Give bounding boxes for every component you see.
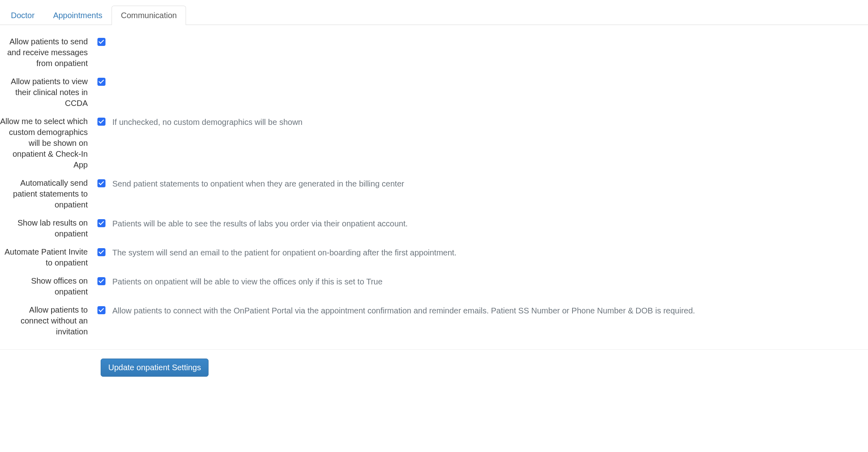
label-messages: Allow patients to send and receive messa… [0,36,96,69]
checkbox-labs[interactable] [97,219,105,227]
form-footer: Update onpatient Settings [0,349,868,393]
checkbox-messages[interactable] [97,38,105,46]
setting-row-invite: Automate Patient Invite to onpatient The… [0,247,868,268]
help-invite: The system will send an email to the pat… [112,247,457,258]
checkbox-statements[interactable] [97,179,105,187]
tab-doctor[interactable]: Doctor [2,6,44,25]
checkbox-connect-no-invite[interactable] [97,306,105,314]
update-settings-button[interactable]: Update onpatient Settings [101,359,209,377]
tab-communication[interactable]: Communication [112,6,186,25]
help-connect-no-invite: Allow patients to connect with the OnPat… [112,305,695,316]
label-ccda: Allow patients to view their clinical no… [0,76,96,109]
setting-row-offices: Show offices on onpatient Patients on on… [0,276,868,297]
help-labs: Patients will be able to see the results… [112,218,408,229]
checkbox-offices[interactable] [97,277,105,285]
help-statements: Send patient statements to onpatient whe… [112,178,404,189]
checkbox-ccda[interactable] [97,78,105,86]
tabs-nav: Doctor Appointments Communication [0,6,868,25]
tab-appointments[interactable]: Appointments [44,6,112,25]
setting-row-connect-no-invite: Allow patients to connect without an inv… [0,305,868,337]
label-statements: Automatically send patient statements to… [0,178,96,210]
label-offices: Show offices on onpatient [0,276,96,297]
help-offices: Patients on onpatient will be able to vi… [112,276,382,287]
setting-row-ccda: Allow patients to view their clinical no… [0,76,868,109]
help-demographics: If unchecked, no custom demographics wil… [112,117,302,128]
label-labs: Show lab results on onpatient [0,218,96,239]
setting-row-statements: Automatically send patient statements to… [0,178,868,210]
checkbox-invite[interactable] [97,248,105,256]
label-connect-no-invite: Allow patients to connect without an inv… [0,305,96,337]
checkbox-demographics[interactable] [97,118,105,126]
label-demographics: Allow me to select which custom demograp… [0,116,96,170]
setting-row-demographics: Allow me to select which custom demograp… [0,116,868,170]
setting-row-messages: Allow patients to send and receive messa… [0,36,868,69]
communication-settings-form: Allow patients to send and receive messa… [0,25,868,337]
setting-row-labs: Show lab results on onpatient Patients w… [0,218,868,239]
label-invite: Automate Patient Invite to onpatient [0,247,96,268]
